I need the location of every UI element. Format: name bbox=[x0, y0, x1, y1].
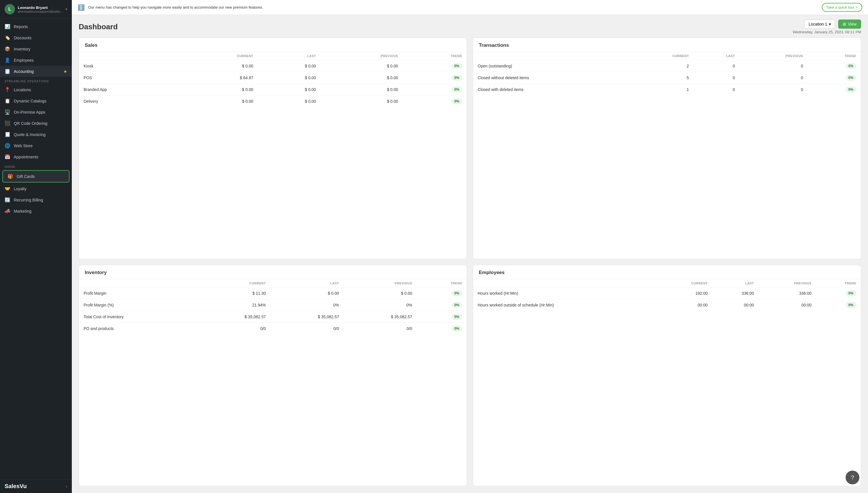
sidebar-item-loyalty[interactable]: 🤝 Loyalty bbox=[0, 183, 72, 194]
row-current: 1 bbox=[628, 84, 694, 95]
reports-icon: 📊 bbox=[5, 24, 11, 29]
view-label: View bbox=[848, 22, 856, 26]
gift-cards-icon: 🎁 bbox=[7, 174, 13, 179]
quick-tour-button[interactable]: Take a quick tour > bbox=[822, 3, 862, 12]
sidebar-item-marketing[interactable]: 📣 Marketing bbox=[0, 206, 72, 217]
emp-col-current: CURRENT bbox=[657, 279, 712, 287]
sidebar-item-gift-cards[interactable]: 🎁 Gift Cards bbox=[2, 170, 69, 183]
emp-col-trend: TREND bbox=[816, 279, 861, 287]
sidebar-item-label: Loyalty bbox=[14, 187, 67, 191]
row-current: 2 bbox=[628, 60, 694, 72]
sidebar-item-recurring-billing[interactable]: 🔄 Recurring Billing bbox=[0, 194, 72, 206]
row-last: $ 0.00 bbox=[258, 84, 321, 95]
inventory-card-title: Inventory bbox=[79, 265, 467, 279]
discounts-icon: 🏷️ bbox=[5, 35, 11, 40]
sidebar-item-qr-code-ordering[interactable]: ⬛ QR Code Ordering bbox=[0, 117, 72, 129]
sidebar-item-inventory[interactable]: 📦 Inventory bbox=[0, 43, 72, 55]
inv-col-current: CURRENT bbox=[197, 279, 271, 287]
row-current: $ 0.00 bbox=[179, 95, 258, 107]
collapse-sidebar-button[interactable]: ‹ bbox=[66, 484, 67, 489]
loyalty-icon: 🤝 bbox=[5, 186, 11, 191]
trans-col-previous: PREVIOUS bbox=[740, 52, 808, 60]
sidebar-item-employees[interactable]: 👤 Employees bbox=[0, 55, 72, 66]
row-previous: 0% bbox=[344, 299, 417, 311]
row-trend: 0% bbox=[417, 311, 467, 323]
username: Leonardo Bryant bbox=[18, 5, 63, 10]
location-selector-button[interactable]: Location 1 ▾ bbox=[804, 20, 835, 29]
user-info: L Leonardo Bryant ahmetsalesvusuppport@s… bbox=[5, 4, 63, 14]
trend-badge: 0% bbox=[452, 63, 462, 69]
sidebar-item-dynamic-catalogs[interactable]: 📋 Dynamic Catalogs bbox=[0, 95, 72, 106]
row-trend: 0% bbox=[417, 323, 467, 334]
quote-invoicing-icon: 🧾 bbox=[5, 132, 11, 137]
sales-col-label bbox=[79, 52, 179, 60]
row-last: $ 0.00 bbox=[258, 72, 321, 84]
help-button[interactable]: ? bbox=[846, 471, 860, 485]
inv-col-last: LAST bbox=[271, 279, 344, 287]
table-row: Kiosk $ 0.00 $ 0.00 $ 0.00 0% bbox=[79, 60, 467, 72]
view-button[interactable]: ⊞ View bbox=[838, 20, 861, 29]
sidebar-item-locations[interactable]: 📍 Locations bbox=[0, 84, 72, 95]
sidebar-footer: SalesVu ‹ bbox=[0, 479, 72, 493]
row-previous: 336:00 bbox=[759, 287, 816, 299]
table-row: Closed without deleted items 5 0 0 0% bbox=[473, 72, 861, 84]
row-previous: 0/0 bbox=[344, 323, 417, 334]
sidebar-item-label: Web Store bbox=[14, 144, 67, 148]
trend-badge: 0% bbox=[452, 291, 462, 296]
sidebar-item-reports[interactable]: 📊 Reports bbox=[0, 21, 72, 32]
brand-logo: SalesVu bbox=[5, 483, 27, 490]
row-trend: 0% bbox=[808, 84, 861, 95]
row-previous: $ 35,082.57 bbox=[344, 311, 417, 323]
grid-icon: ⊞ bbox=[843, 22, 846, 26]
row-last: 0% bbox=[271, 299, 344, 311]
table-row: Profit Margin $ 11.30 $ 0.00 $ 0.00 0% bbox=[79, 287, 467, 299]
sidebar-item-appointments[interactable]: 📅 Appointments bbox=[0, 151, 72, 163]
sidebar-item-label: Employees bbox=[14, 58, 67, 63]
sidebar-item-label: On-Premise Apps bbox=[14, 110, 67, 114]
trend-badge: 0% bbox=[452, 314, 462, 320]
trend-badge: 0% bbox=[452, 75, 462, 81]
row-label: Profit Margin (%) bbox=[79, 299, 197, 311]
user-email: ahmetsalesvusuppport@sales... bbox=[18, 10, 63, 13]
table-row: Closed with deleted items 1 0 0 0% bbox=[473, 84, 861, 95]
table-row: Total Cost of Inventory $ 35,082.57 $ 35… bbox=[79, 311, 467, 323]
row-trend: 0% bbox=[403, 95, 467, 107]
trans-col-current: CURRENT bbox=[628, 52, 694, 60]
table-row: Profit Margin (%) 21.94% 0% 0% 0% bbox=[79, 299, 467, 311]
sales-col-last: LAST bbox=[258, 52, 321, 60]
row-current: 0/0 bbox=[197, 323, 271, 334]
row-last: $ 0.00 bbox=[271, 287, 344, 299]
sidebar-item-accounting[interactable]: 🗒️ Accounting ★ bbox=[0, 66, 72, 77]
row-previous: $ 0.00 bbox=[321, 95, 403, 107]
row-trend: 0% bbox=[808, 60, 861, 72]
sidebar-item-web-store[interactable]: 🌐 Web Store bbox=[0, 140, 72, 151]
emp-col-last: LAST bbox=[712, 279, 759, 287]
sidebar-header[interactable]: L Leonardo Bryant ahmetsalesvusuppport@s… bbox=[0, 0, 72, 19]
inv-col-trend: TREND bbox=[417, 279, 467, 287]
row-label: Kiosk bbox=[79, 60, 179, 72]
sidebar-item-discounts[interactable]: 🏷️ Discounts bbox=[0, 32, 72, 43]
star-icon: ★ bbox=[63, 69, 67, 74]
on-premise-apps-icon: 🖥️ bbox=[5, 109, 11, 115]
inv-col-previous: PREVIOUS bbox=[344, 279, 417, 287]
row-current: 192:00 bbox=[657, 287, 712, 299]
sidebar-item-quote-invoicing[interactable]: 🧾 Quote & Invoicing bbox=[0, 129, 72, 140]
table-row: PO and products 0/0 0/0 0/0 0% bbox=[79, 323, 467, 334]
sidebar-item-on-premise-apps[interactable]: 🖥️ On-Premise Apps bbox=[0, 106, 72, 117]
row-last: 336:00 bbox=[712, 287, 759, 299]
row-label: Total Cost of Inventory bbox=[79, 311, 197, 323]
row-previous: 0 bbox=[740, 60, 808, 72]
chevron-down-icon[interactable]: ▾ bbox=[65, 7, 67, 11]
header-buttons: Location 1 ▾ ⊞ View bbox=[804, 20, 861, 29]
trend-badge: 0% bbox=[846, 302, 856, 308]
row-label: Profit Margin bbox=[79, 287, 197, 299]
sales-col-current: CURRENT bbox=[179, 52, 258, 60]
main-content: ℹ️ Our menu has changed to help you navi… bbox=[72, 0, 868, 493]
trend-badge: 0% bbox=[846, 291, 856, 296]
streamline-section-header: STREAMLINE OPERATIONS bbox=[0, 77, 72, 84]
row-current: $ 0.00 bbox=[179, 84, 258, 95]
trans-col-trend: TREND bbox=[808, 52, 861, 60]
row-previous: 0 bbox=[740, 72, 808, 84]
appointments-icon: 📅 bbox=[5, 154, 11, 159]
row-last: $ 0.00 bbox=[258, 95, 321, 107]
